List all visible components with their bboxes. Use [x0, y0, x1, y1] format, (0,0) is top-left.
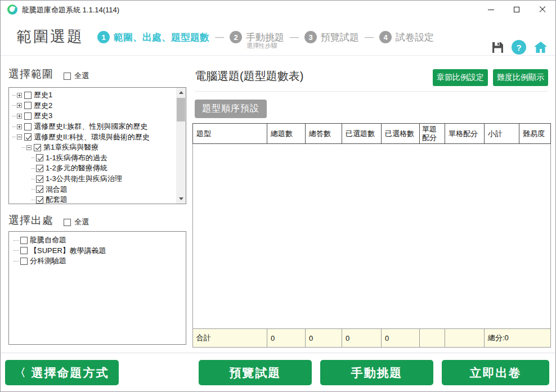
difficulty-ratio-button[interactable]: 難度比例顯示 — [493, 69, 548, 86]
scope-tree-scrollbar[interactable] — [176, 88, 186, 204]
tree-item[interactable]: 1-1疾病傳布的過去 — [9, 153, 176, 164]
scroll-down-button[interactable] — [176, 194, 186, 204]
list-item-label: 龍騰自命題 — [30, 235, 66, 245]
list-item[interactable]: 【SUPER】教學講義題 — [9, 246, 186, 256]
checkbox[interactable] — [20, 247, 28, 254]
tree-item-label: 第1章疾病與醫療 — [43, 142, 98, 152]
tree-item-label: 1-3公共衛生與疾病治理 — [46, 174, 122, 184]
expand-icon[interactable] — [17, 124, 22, 129]
chapter-ratio-button[interactable]: 章節比例設定 — [433, 69, 488, 86]
checkbox[interactable] — [36, 175, 43, 183]
step-label: 預覽試題 — [321, 32, 359, 43]
maximize-button[interactable] — [504, 1, 530, 19]
checkbox[interactable] — [24, 112, 32, 120]
close-button[interactable] — [530, 1, 555, 19]
step-number-badge: 3 — [304, 31, 317, 43]
preview-questions-button[interactable]: 預覽試題 — [199, 360, 312, 385]
checkbox[interactable] — [36, 196, 43, 204]
tree-connector — [12, 137, 16, 137]
app-title: 龍騰題庫命題系統 1.1.14(114) — [22, 5, 119, 15]
page-title: 範圍選題 — [16, 26, 84, 47]
step-number-badge: 2 — [230, 31, 242, 43]
checkbox[interactable] — [36, 154, 43, 161]
checkbox[interactable] — [34, 144, 41, 151]
table-total-row: 合計0000總分:0 — [192, 328, 551, 348]
scope-select-all-checkbox[interactable] — [64, 73, 71, 80]
checkbox[interactable] — [20, 237, 28, 244]
step-label: 範圍、出處、題型題數 — [114, 32, 209, 43]
step-4[interactable]: 4試卷設定 — [379, 31, 434, 44]
tree-item[interactable]: 1-2多元的醫療傳統 — [9, 163, 176, 174]
expand-icon[interactable] — [17, 103, 22, 108]
minimize-button[interactable] — [478, 1, 504, 19]
column-header: 單題配分 — [420, 124, 445, 143]
help-icon[interactable]: ? — [512, 40, 526, 55]
tree-item-label: 1-2多元的醫療傳統 — [46, 163, 107, 173]
tree-item[interactable]: 歷史2 — [9, 101, 176, 111]
wizard-header: 範圍選題 1範圍、出處、題型題數—2手動挑題選擇性步驟—3預覽試題—4試卷設定 … — [1, 19, 555, 56]
tree-item[interactable]: 歷史1 — [9, 90, 176, 101]
computer-selection-title: 電腦選題(題型題數表) — [195, 69, 303, 84]
home-icon[interactable] — [534, 41, 548, 53]
scroll-up-button[interactable] — [176, 88, 186, 97]
section-divider — [195, 91, 548, 92]
tree-connector — [14, 250, 19, 251]
checkbox[interactable] — [36, 186, 43, 193]
tree-item[interactable]: 選修歷史II:科技、環境與藝術的歷史 — [9, 132, 176, 142]
checkbox[interactable] — [20, 258, 28, 265]
tree-item[interactable]: 第1章疾病與醫療 — [9, 142, 176, 153]
tree-item[interactable]: 配套題 — [9, 195, 176, 204]
list-item[interactable]: 龍騰自命題 — [9, 235, 186, 246]
tree-item[interactable]: 混合題 — [9, 184, 176, 195]
step-1[interactable]: 1範圍、出處、題型題數 — [97, 31, 209, 44]
source-list-box: 龍騰自命題【SUPER】教學講義題分科測驗題 — [8, 231, 186, 345]
step-label-group: 範圍、出處、題型題數 — [114, 31, 209, 44]
step-number-badge: 1 — [97, 31, 110, 43]
total-label-cell: 合計 — [193, 329, 267, 347]
checkbox[interactable] — [24, 133, 32, 141]
total-value-cell: 0 — [342, 329, 382, 347]
arrow-up-icon — [179, 91, 183, 94]
collapse-icon[interactable] — [26, 145, 32, 150]
tree-item[interactable]: 1-3公共衛生與疾病治理 — [9, 174, 176, 184]
column-header: 題型 — [193, 124, 267, 143]
maximize-icon — [514, 7, 519, 12]
app-logo-icon — [7, 4, 17, 15]
tree-item[interactable]: 歷史3 — [9, 111, 176, 121]
checkbox[interactable] — [36, 165, 43, 172]
step-separator: — — [365, 32, 374, 42]
step-sublabel: 選擇性步驟 — [246, 42, 277, 50]
checkbox[interactable] — [24, 92, 32, 99]
source-select-all: 全選 — [64, 217, 89, 227]
expand-icon[interactable] — [17, 93, 22, 98]
collapse-icon[interactable] — [17, 134, 22, 139]
checkbox[interactable] — [24, 123, 32, 130]
tree-item-label: 歷史2 — [34, 101, 52, 111]
step-3[interactable]: 3預覽試題 — [304, 31, 359, 44]
checkbox[interactable] — [24, 102, 32, 109]
expand-icon[interactable] — [17, 114, 22, 119]
column-header: 單格配分 — [445, 124, 485, 143]
column-header: 已選題數 — [342, 124, 382, 143]
tree-connector — [32, 179, 35, 179]
tree-item[interactable]: 選修歷史I:族群、性別與國家的歷史 — [9, 121, 176, 132]
list-item[interactable]: 分科測驗題 — [9, 256, 186, 267]
tree-connector — [14, 261, 19, 262]
save-icon[interactable] — [492, 42, 504, 53]
column-header: 已選格數 — [382, 124, 420, 143]
scrollbar-thumb[interactable] — [177, 98, 185, 121]
type-order-preset-button[interactable]: 題型順序預設 — [195, 100, 267, 118]
scope-tree: 歷史1歷史2歷史3選修歷史I:族群、性別與國家的歷史選修歷史II:科技、環境與藝… — [9, 90, 176, 204]
tree-connector — [32, 157, 35, 158]
scope-tree-box: 歷史1歷史2歷史3選修歷史I:族群、性別與國家的歷史選修歷史II:科技、環境與藝… — [8, 87, 186, 204]
manual-pick-button[interactable]: 手動挑題 — [320, 360, 433, 385]
back-to-mode-button[interactable]: 〈 選擇命題方式 — [5, 360, 119, 385]
tree-connector — [12, 95, 16, 96]
tree-connector — [32, 189, 35, 190]
list-item-label: 分科測驗題 — [30, 256, 66, 266]
generate-paper-button[interactable]: 立即出卷 — [442, 360, 549, 385]
window-controls — [478, 1, 555, 19]
tree-connector — [32, 200, 35, 200]
step-2[interactable]: 2手動挑題選擇性步驟 — [230, 31, 284, 44]
source-select-all-checkbox[interactable] — [64, 219, 71, 226]
